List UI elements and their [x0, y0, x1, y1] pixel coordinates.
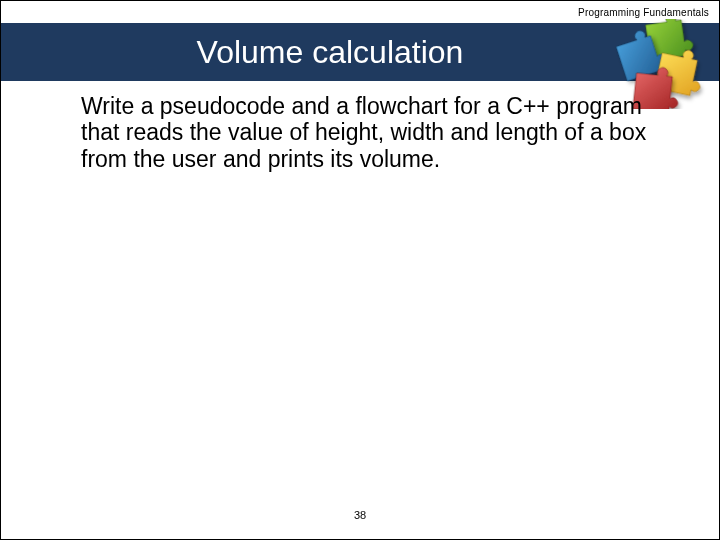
page-number: 38: [1, 509, 719, 521]
slide-title: Volume calculation: [197, 34, 464, 71]
body-text: Write a pseudocode and a flowchart for a…: [81, 93, 659, 172]
slide: Programming Fundamentals Volume calculat…: [0, 0, 720, 540]
body-area: Write a pseudocode and a flowchart for a…: [81, 93, 659, 172]
course-label: Programming Fundamentals: [578, 7, 709, 18]
